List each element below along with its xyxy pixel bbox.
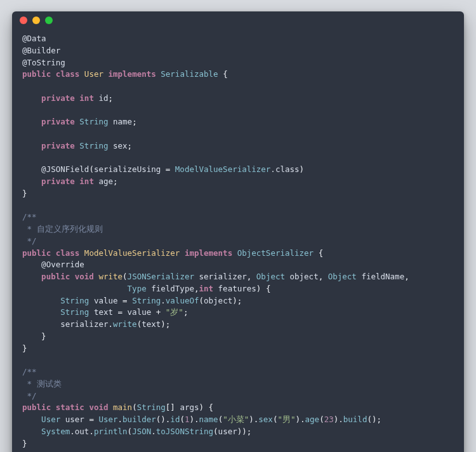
paren: )	[189, 415, 194, 424]
number: 23	[324, 415, 334, 424]
paren: )	[295, 415, 300, 424]
paren: (	[132, 402, 137, 412]
dot: .	[194, 415, 199, 424]
type: String	[60, 296, 89, 305]
kw-public: public	[41, 272, 70, 281]
comment: * 测试类	[22, 379, 62, 389]
paren: )	[161, 319, 166, 329]
bracket: ]	[170, 402, 175, 412]
paren: (	[122, 272, 128, 281]
kw-public: public	[22, 248, 51, 258]
kw-void: void	[89, 402, 108, 412]
comma: ,	[404, 272, 409, 281]
paren: (	[213, 427, 218, 436]
kw-void: void	[75, 272, 94, 281]
method: name	[199, 415, 218, 424]
ident: args	[180, 402, 199, 412]
code-content: @Data @Builder @ToString public class Us…	[12, 29, 464, 452]
eq: =	[113, 307, 128, 317]
string: "岁"	[166, 307, 183, 317]
plus: +	[151, 307, 166, 317]
paren: )	[242, 427, 247, 436]
brace: {	[319, 248, 324, 258]
ident: fieldName	[361, 272, 404, 281]
dot: .	[151, 427, 156, 436]
close-icon[interactable]	[20, 17, 27, 24]
kw-int: int	[79, 93, 94, 103]
annotation: @ToString	[22, 58, 65, 67]
type: ObjectSerializer	[237, 248, 314, 258]
kw-private: private	[41, 176, 75, 186]
ident: out	[75, 427, 89, 436]
paren: (	[199, 296, 204, 305]
paren: )	[256, 284, 261, 293]
paren: )	[300, 164, 305, 174]
ident: serializer	[60, 319, 108, 329]
paren: (	[367, 415, 372, 424]
minimize-icon[interactable]	[32, 17, 40, 24]
semi: ;	[128, 141, 133, 150]
annotation: @Data	[22, 34, 46, 43]
kw-public: public	[22, 402, 51, 412]
kw-implements: implements	[185, 248, 232, 258]
ident: id	[98, 93, 108, 103]
ident: name	[113, 117, 132, 126]
paren: )	[199, 402, 204, 412]
comment: /**	[22, 367, 37, 376]
semi: ;	[237, 296, 242, 305]
annotation: @Builder	[22, 46, 60, 55]
type: String	[137, 402, 166, 412]
type: String	[79, 117, 108, 126]
paren: (	[319, 415, 324, 424]
method: id	[170, 415, 180, 424]
type: User	[41, 415, 60, 424]
ident: text	[94, 307, 113, 317]
method: valueOf	[166, 296, 199, 305]
comment: */	[22, 236, 37, 246]
method: build	[343, 415, 367, 424]
eq: =	[118, 296, 133, 305]
semi: ;	[247, 427, 252, 436]
ident: serializeUsing	[94, 164, 161, 174]
semi: ;	[166, 319, 171, 329]
paren: )	[232, 296, 237, 305]
dot: .	[89, 427, 94, 436]
method: builder	[122, 415, 156, 424]
ident: text	[142, 319, 161, 329]
method: println	[94, 427, 128, 436]
ident: .class	[270, 164, 299, 174]
semi: ;	[183, 307, 188, 317]
type: String	[79, 141, 108, 150]
semi: ;	[109, 93, 114, 103]
brace: }	[22, 439, 27, 448]
semi: ;	[376, 415, 381, 424]
maximize-icon[interactable]	[45, 17, 53, 24]
type: System	[41, 427, 70, 436]
annotation: @JSONField	[41, 164, 89, 174]
kw-private: private	[41, 93, 75, 103]
dot: .	[161, 296, 166, 305]
kw-class: class	[56, 69, 80, 79]
type: String	[60, 307, 89, 317]
type: String	[132, 296, 161, 305]
type: JSON	[132, 427, 151, 436]
kw-public: public	[22, 69, 51, 79]
ident: serializer	[199, 272, 247, 281]
kw-static: static	[56, 402, 84, 412]
eq: =	[161, 164, 175, 174]
class-name: ModelValueSerializer	[84, 248, 180, 258]
paren: (	[180, 415, 185, 424]
paren: (	[89, 164, 94, 174]
dot: .	[108, 319, 113, 329]
class-name: User	[84, 69, 103, 79]
kw-class: class	[56, 248, 80, 258]
brace: }	[41, 331, 46, 341]
ident: features	[218, 284, 256, 293]
type: Object	[256, 272, 285, 281]
brace: }	[22, 343, 27, 353]
window-titlebar	[12, 11, 464, 29]
semi: ;	[113, 176, 118, 186]
kw-int: int	[79, 176, 94, 186]
type: Type	[128, 284, 147, 293]
comment: /**	[22, 212, 37, 222]
